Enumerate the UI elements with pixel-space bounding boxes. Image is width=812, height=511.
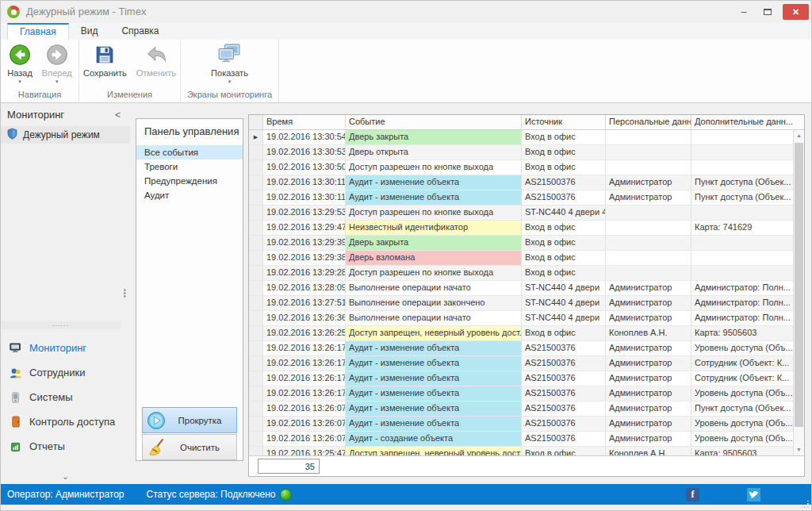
twitter-icon[interactable] bbox=[747, 488, 760, 501]
close-button[interactable]: ✕ bbox=[783, 4, 809, 20]
row-select-marker bbox=[249, 281, 263, 296]
filter-all-events[interactable]: Все события bbox=[136, 145, 243, 159]
show-dropdown-arrow[interactable]: ▾ bbox=[228, 79, 232, 84]
table-row[interactable]: 19.02.2016 13:29:53Доступ разрешен по кн… bbox=[249, 206, 793, 221]
cell-time: 19.02.2016 13:30:54 bbox=[263, 130, 346, 145]
table-row[interactable]: 19.02.2016 13:30:50Доступ разрешен по кн… bbox=[249, 160, 793, 175]
event-table-header: Время Событие Источник Персональные данн… bbox=[249, 115, 804, 130]
row-select-marker bbox=[249, 432, 263, 447]
maximize-button[interactable] bbox=[757, 4, 778, 20]
row-select-marker bbox=[249, 447, 263, 455]
column-header-time[interactable]: Время bbox=[263, 115, 346, 129]
cell-time: 19.02.2016 13:27:51 bbox=[263, 296, 346, 311]
back-button[interactable]: Назад ▾ bbox=[7, 43, 33, 84]
nav-overflow-chevron-icon[interactable]: ⌄ bbox=[1, 471, 130, 482]
table-row[interactable]: 19.02.2016 13:26:17Аудит - изменение объ… bbox=[249, 341, 793, 356]
row-select-marker: ▶ bbox=[249, 130, 263, 145]
cell-extra: Уровень доступа (Объ... bbox=[691, 341, 793, 356]
scrollbar-thumb[interactable] bbox=[795, 143, 803, 427]
cell-event: Аудит - создание объекта bbox=[346, 432, 522, 447]
event-filter-list: Все события Тревоги Предупреждения Аудит bbox=[136, 145, 243, 202]
table-row[interactable]: 19.02.2016 13:26:17Аудит - изменение объ… bbox=[249, 356, 793, 371]
horizontal-splitter-handle[interactable]: ...... bbox=[1, 321, 121, 329]
row-select-marker bbox=[249, 190, 263, 206]
cell-person bbox=[606, 206, 691, 221]
table-row[interactable]: 19.02.2016 13:25:47Доступ запрещен, неве… bbox=[249, 447, 793, 455]
table-row[interactable]: 19.02.2016 13:27:51Выполнение операции з… bbox=[249, 296, 793, 311]
table-row[interactable]: 19.02.2016 13:26:25Доступ запрещен, неве… bbox=[249, 326, 793, 341]
table-row[interactable]: 19.02.2016 13:26:07Аудит - изменение объ… bbox=[249, 417, 793, 432]
cell-source: ST-NC440 4 двери bbox=[522, 311, 606, 326]
table-row[interactable]: 19.02.2016 13:30:11Аудит - изменение объ… bbox=[249, 175, 793, 190]
save-button[interactable]: Сохранить bbox=[83, 43, 127, 78]
back-dropdown-arrow[interactable]: ▾ bbox=[18, 79, 21, 84]
scroll-toggle-button[interactable]: Прокрутка bbox=[142, 407, 237, 433]
scroll-up-icon[interactable]: ▲ bbox=[794, 130, 804, 141]
window-title: Дежурный режим - Timex bbox=[26, 6, 146, 17]
cell-person: Администратор bbox=[606, 402, 691, 417]
sidebar-item-duty-mode[interactable]: Дежурный режим bbox=[1, 126, 130, 144]
sidebar-item-monitoring[interactable]: Мониторинг bbox=[1, 336, 130, 360]
table-row[interactable]: 19.02.2016 13:30:53Дверь открытаВход в о… bbox=[249, 145, 793, 160]
collapse-sidebar-icon[interactable]: < bbox=[115, 110, 121, 121]
table-row[interactable]: 19.02.2016 13:26:36Выполнение операции н… bbox=[249, 311, 793, 326]
sidebar-item-systems[interactable]: Системы bbox=[1, 385, 130, 409]
table-row[interactable]: ▶19.02.2016 13:30:54Дверь закрытаВход в … bbox=[249, 130, 793, 145]
cell-source: AS21500376 bbox=[522, 417, 606, 432]
tab-spravka[interactable]: Справка bbox=[109, 23, 170, 40]
vertical-scrollbar[interactable]: ▲ ▼ bbox=[793, 130, 804, 455]
tab-vid[interactable]: Вид bbox=[69, 23, 110, 40]
save-button-label: Сохранить bbox=[83, 68, 127, 78]
cell-person: Администратор bbox=[606, 311, 691, 326]
table-row[interactable]: 19.02.2016 13:28:09Выполнение операции н… bbox=[249, 281, 793, 296]
resize-grip[interactable] bbox=[802, 501, 810, 509]
table-row[interactable]: 19.02.2016 13:26:17Аудит - изменение объ… bbox=[249, 371, 793, 386]
table-row[interactable]: 19.02.2016 13:29:47Неизвестный идентифик… bbox=[249, 221, 793, 236]
sidebar-item-access-control[interactable]: Контроль доступа bbox=[1, 409, 130, 434]
table-row[interactable]: 19.02.2016 13:30:11Аудит - изменение объ… bbox=[249, 190, 793, 206]
row-select-marker bbox=[249, 236, 263, 251]
vertical-splitter-handle[interactable]: ••• bbox=[123, 289, 126, 298]
facebook-icon[interactable]: f bbox=[686, 488, 699, 501]
column-header-additional-data[interactable]: Дополнительные данн... bbox=[691, 115, 804, 129]
back-arrow-icon bbox=[8, 43, 32, 67]
ribbon-group-monitor-screens: Показать ▾ Экраны мониторинга bbox=[181, 40, 279, 102]
table-row[interactable]: 19.02.2016 13:26:17Аудит - изменение объ… bbox=[249, 386, 793, 402]
filter-warnings[interactable]: Предупреждения bbox=[136, 174, 243, 188]
row-select-marker bbox=[249, 175, 263, 190]
scroll-down-icon[interactable]: ▼ bbox=[794, 444, 804, 455]
column-header-event[interactable]: Событие bbox=[346, 115, 522, 129]
column-header-personal-data[interactable]: Персональные данн... bbox=[606, 115, 691, 129]
cell-event: Доступ запрещен, неверный уровень дост..… bbox=[346, 447, 522, 455]
minimize-button[interactable]: – bbox=[733, 4, 754, 20]
forward-button[interactable]: Вперед ▾ bbox=[42, 43, 72, 84]
clear-button[interactable]: Очистить bbox=[142, 434, 237, 460]
filter-alarms[interactable]: Тревоги bbox=[136, 159, 243, 174]
cell-time: 19.02.2016 13:29:39 bbox=[263, 236, 346, 251]
device-icon bbox=[9, 391, 22, 403]
cell-extra bbox=[691, 266, 793, 281]
undo-button[interactable]: Отменить bbox=[136, 43, 176, 78]
cell-source: AS21500376 bbox=[522, 175, 606, 190]
table-row[interactable]: 19.02.2016 13:29:38Дверь взломанаВход в … bbox=[249, 251, 793, 266]
table-row[interactable]: 19.02.2016 13:29:39Дверь закрытаВход в о… bbox=[249, 236, 793, 251]
column-header-source[interactable]: Источник bbox=[522, 115, 606, 129]
table-row[interactable]: 19.02.2016 13:26:07Аудит - создание объе… bbox=[249, 432, 793, 447]
filter-audit[interactable]: Аудит bbox=[136, 188, 243, 202]
forward-button-label: Вперед bbox=[42, 68, 72, 78]
forward-dropdown-arrow[interactable]: ▾ bbox=[56, 79, 59, 84]
sidebar-item-reports[interactable]: Отчеты bbox=[1, 434, 130, 459]
cell-person: Администратор bbox=[606, 175, 691, 190]
tab-glavnaya[interactable]: Главная bbox=[7, 23, 69, 40]
row-select-marker bbox=[249, 326, 263, 341]
cell-person: Коноплев А.Н. bbox=[606, 447, 691, 455]
event-count-field[interactable] bbox=[258, 459, 320, 474]
server-status-text: Статус сервера: Подключено bbox=[147, 489, 276, 500]
show-button[interactable]: Показать ▾ bbox=[211, 43, 248, 84]
row-select-marker bbox=[249, 386, 263, 402]
table-row[interactable]: 19.02.2016 13:26:07Аудит - изменение объ… bbox=[249, 402, 793, 417]
sidebar-item-employees[interactable]: Сотрудники bbox=[1, 360, 130, 385]
table-row[interactable]: 19.02.2016 13:29:28Доступ разрешен по кн… bbox=[249, 266, 793, 281]
cell-extra bbox=[691, 236, 793, 251]
row-select-marker bbox=[249, 160, 263, 175]
